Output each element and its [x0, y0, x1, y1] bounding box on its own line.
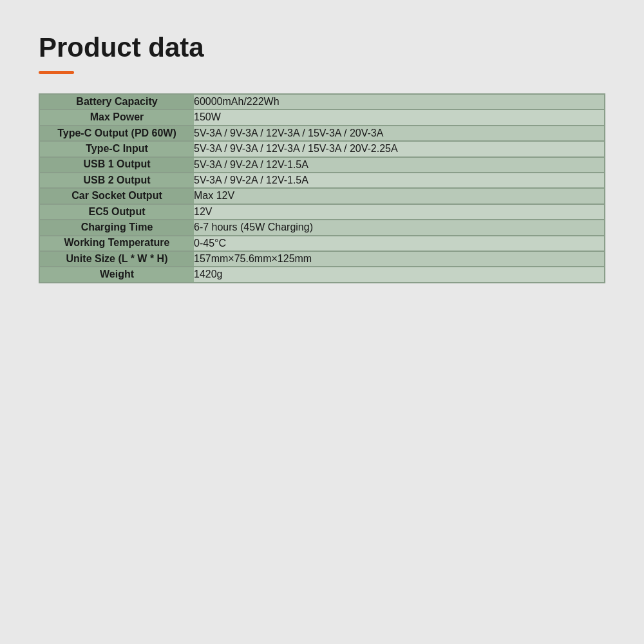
row-value: 12V	[194, 204, 605, 220]
row-value: 5V-3A / 9V-3A / 12V-3A / 15V-3A / 20V-3A	[194, 126, 605, 141]
table-row: Car Socket OutputMax 12V	[39, 188, 605, 204]
table-row: Type-C Input5V-3A / 9V-3A / 12V-3A / 15V…	[39, 141, 605, 156]
row-label: EC5 Output	[39, 204, 194, 220]
row-label: Type-C Input	[39, 141, 194, 156]
row-value: 5V-3A / 9V-2A / 12V-1.5A	[194, 157, 605, 173]
row-value: 157mm×75.6mm×125mm	[194, 251, 605, 267]
table-row: EC5 Output12V	[39, 204, 605, 220]
row-label: Working Temperature	[39, 236, 194, 251]
row-value: 60000mAh/222Wh	[194, 94, 605, 109]
table-row: Max Power150W	[39, 109, 605, 125]
row-label: Unite Size (L * W * H)	[39, 251, 194, 267]
row-label: Charging Time	[39, 220, 194, 235]
row-label: Max Power	[39, 109, 194, 125]
row-label: Car Socket Output	[39, 188, 194, 204]
table-row: Charging Time6-7 hours (45W Charging)	[39, 220, 605, 235]
title-underline	[39, 71, 74, 74]
table-row: Unite Size (L * W * H)157mm×75.6mm×125mm	[39, 251, 605, 267]
row-label: USB 2 Output	[39, 173, 194, 188]
row-value: 5V-3A / 9V-2A / 12V-1.5A	[194, 173, 605, 188]
row-label: Weight	[39, 267, 194, 282]
table-row: Battery Capacity60000mAh/222Wh	[39, 94, 605, 109]
row-label: Battery Capacity	[39, 94, 194, 109]
row-label: USB 1 Output	[39, 157, 194, 173]
row-value: 5V-3A / 9V-3A / 12V-3A / 15V-3A / 20V-2.…	[194, 141, 605, 156]
row-value: 6-7 hours (45W Charging)	[194, 220, 605, 235]
page-title: Product data	[39, 32, 605, 63]
row-label: Type-C Output (PD 60W)	[39, 126, 194, 141]
row-value: 1420g	[194, 267, 605, 282]
row-value: 150W	[194, 109, 605, 125]
table-row: Working Temperature0-45°C	[39, 236, 605, 251]
row-value: 0-45°C	[194, 236, 605, 251]
table-row: USB 1 Output5V-3A / 9V-2A / 12V-1.5A	[39, 157, 605, 173]
product-data-table: Battery Capacity60000mAh/222WhMax Power1…	[39, 93, 605, 283]
table-row: Weight1420g	[39, 267, 605, 282]
row-value: Max 12V	[194, 188, 605, 204]
table-row: Type-C Output (PD 60W)5V-3A / 9V-3A / 12…	[39, 126, 605, 141]
table-row: USB 2 Output5V-3A / 9V-2A / 12V-1.5A	[39, 173, 605, 188]
